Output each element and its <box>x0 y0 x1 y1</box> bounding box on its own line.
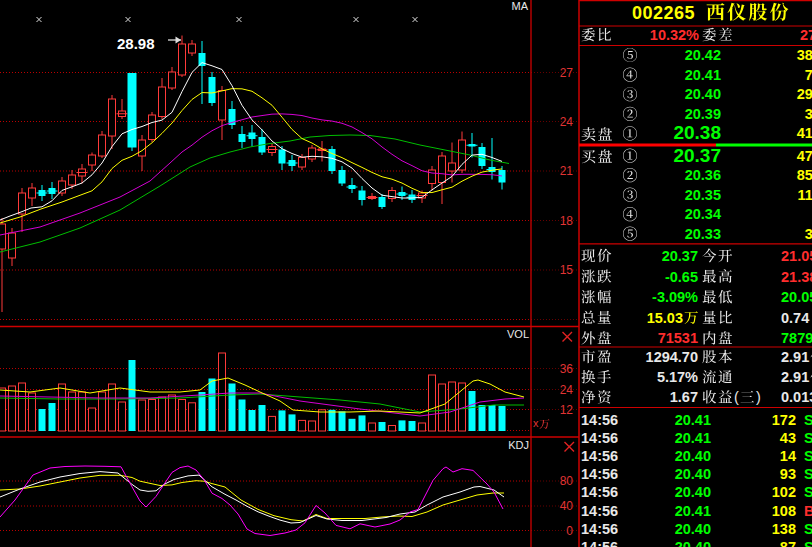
svg-text:-0.65: -0.65 <box>665 269 698 285</box>
svg-text:20.41: 20.41 <box>675 430 711 446</box>
svg-text:20.36: 20.36 <box>685 167 721 183</box>
svg-text:71531: 71531 <box>658 330 698 346</box>
svg-text:20.40: 20.40 <box>675 466 711 482</box>
svg-text:296: 296 <box>797 86 812 102</box>
svg-text:S: S <box>804 521 812 537</box>
svg-text:412: 412 <box>797 125 812 141</box>
svg-text:KDJ: KDJ <box>508 439 529 451</box>
svg-text:0.74: 0.74 <box>781 310 809 326</box>
svg-text:102: 102 <box>772 484 796 500</box>
svg-text:24: 24 <box>560 115 574 129</box>
svg-text:20.37: 20.37 <box>662 248 698 264</box>
svg-text:78795: 78795 <box>781 330 812 346</box>
svg-text:002265: 002265 <box>632 3 695 23</box>
svg-text:0: 0 <box>566 524 573 538</box>
svg-text:1294.70: 1294.70 <box>646 349 698 365</box>
svg-text:40: 40 <box>560 499 574 513</box>
svg-text:27: 27 <box>560 66 574 80</box>
svg-text:S: S <box>804 412 812 428</box>
svg-text:87: 87 <box>780 539 796 547</box>
svg-text:): ) <box>756 389 761 405</box>
svg-text:14:56: 14:56 <box>581 448 618 464</box>
svg-text:74: 74 <box>805 67 812 83</box>
svg-text:20.05: 20.05 <box>781 289 812 305</box>
svg-text:14: 14 <box>780 448 796 464</box>
svg-text:S: S <box>804 484 812 500</box>
svg-text:20.35: 20.35 <box>685 187 721 203</box>
svg-text:20.40: 20.40 <box>675 484 711 500</box>
svg-text:20.41: 20.41 <box>675 412 711 428</box>
svg-text:34: 34 <box>805 226 812 242</box>
svg-text:20.42: 20.42 <box>685 47 721 63</box>
svg-text:20.39: 20.39 <box>685 106 721 122</box>
svg-text:14:56: 14:56 <box>581 466 618 482</box>
svg-text:14:56: 14:56 <box>581 521 618 537</box>
svg-text:21.38: 21.38 <box>781 269 812 285</box>
svg-text:20.41: 20.41 <box>675 503 711 519</box>
svg-text:172: 172 <box>772 412 796 428</box>
svg-text:471: 471 <box>797 148 812 164</box>
svg-text:138: 138 <box>772 521 796 537</box>
svg-text:(: ( <box>734 389 739 405</box>
svg-text:80: 80 <box>560 474 574 488</box>
svg-text:24: 24 <box>560 383 574 397</box>
svg-text:36: 36 <box>560 362 574 376</box>
svg-text:20.40: 20.40 <box>675 448 711 464</box>
svg-text:15: 15 <box>560 263 574 277</box>
svg-text:14:56: 14:56 <box>581 503 618 519</box>
svg-text:-3.09%: -3.09% <box>652 289 698 305</box>
svg-text:20.40: 20.40 <box>685 86 721 102</box>
svg-text:VOL: VOL <box>507 328 529 340</box>
svg-text:20.37: 20.37 <box>673 145 721 166</box>
svg-text:14:56: 14:56 <box>581 539 618 547</box>
svg-text:20.38: 20.38 <box>673 122 721 143</box>
svg-text:2.91: 2.91 <box>781 349 809 365</box>
svg-text:108: 108 <box>772 503 796 519</box>
svg-text:21.05: 21.05 <box>781 248 812 264</box>
svg-text:853: 853 <box>797 167 812 183</box>
svg-text:10.32%: 10.32% <box>650 27 699 43</box>
svg-text:S: S <box>804 430 812 446</box>
svg-text:15.03: 15.03 <box>647 310 683 326</box>
svg-text:5.17%: 5.17% <box>657 369 698 385</box>
svg-text:1.67: 1.67 <box>670 389 698 405</box>
svg-text:S: S <box>804 448 812 464</box>
svg-text:112: 112 <box>798 187 812 203</box>
svg-text:14:56: 14:56 <box>581 412 618 428</box>
svg-text:S: S <box>804 466 812 482</box>
svg-text:20.40: 20.40 <box>675 539 711 547</box>
svg-text:S: S <box>804 539 812 547</box>
svg-text:2.91: 2.91 <box>781 369 809 385</box>
svg-text:x: x <box>533 417 539 429</box>
svg-text:20.34: 20.34 <box>685 206 721 222</box>
svg-text:14:56: 14:56 <box>581 484 618 500</box>
svg-text:20.40: 20.40 <box>675 521 711 537</box>
svg-text:12: 12 <box>560 403 574 417</box>
svg-text:2786: 2786 <box>800 27 812 43</box>
svg-text:18: 18 <box>560 214 574 228</box>
svg-text:20.41: 20.41 <box>685 67 721 83</box>
svg-text:MA: MA <box>512 0 529 12</box>
svg-text:21: 21 <box>560 164 574 178</box>
svg-text:14:56: 14:56 <box>581 430 618 446</box>
svg-text:28.98: 28.98 <box>117 35 155 52</box>
svg-text:93: 93 <box>780 466 796 482</box>
svg-text:384: 384 <box>797 47 812 63</box>
svg-text:32: 32 <box>805 106 812 122</box>
svg-text:0.013: 0.013 <box>781 389 812 405</box>
svg-text:B: B <box>804 503 812 519</box>
svg-text:20.33: 20.33 <box>685 226 721 242</box>
svg-text:43: 43 <box>780 430 796 446</box>
